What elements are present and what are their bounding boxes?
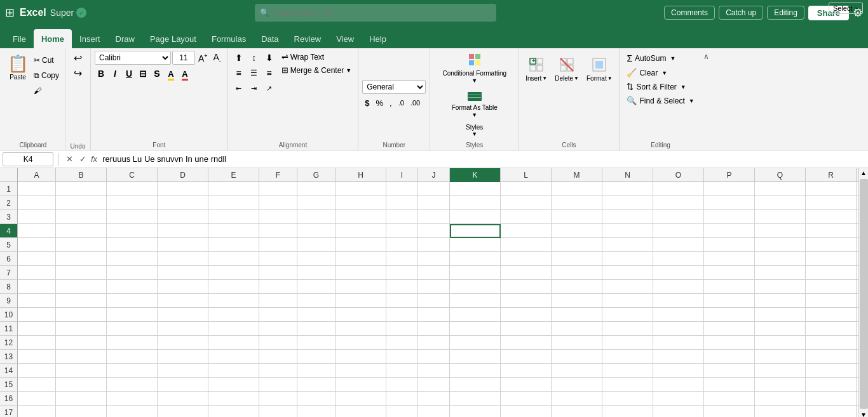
cell-K9[interactable] [450,294,501,308]
cell-A14[interactable] [18,364,56,378]
cell-H12[interactable] [336,336,386,350]
cell-P16[interactable] [704,392,755,406]
comments-button[interactable]: Comments [664,6,715,20]
cell-R16[interactable] [806,392,857,406]
vertical-scrollbar[interactable]: ▲ ▼ [858,168,868,417]
row-header-14[interactable]: 14 [0,364,18,378]
cell-C10[interactable] [107,308,158,322]
cell-G10[interactable] [297,308,336,322]
cell-C4[interactable] [107,224,158,238]
cell-N3[interactable] [602,210,653,224]
col-header-F[interactable]: F [259,168,297,182]
strikethrough-button[interactable]: S [151,67,163,81]
cell-M11[interactable] [552,322,602,336]
col-header-Q[interactable]: Q [755,168,806,182]
number-format-select[interactable]: General [362,80,426,94]
cell-D8[interactable] [158,280,208,294]
cell-H7[interactable] [336,266,386,280]
cell-R10[interactable] [806,308,857,322]
cell-I3[interactable] [386,210,418,224]
cell-E5[interactable] [208,238,259,252]
cell-E14[interactable] [208,364,259,378]
row-header-8[interactable]: 8 [0,280,18,294]
cell-N7[interactable] [602,266,653,280]
cell-G12[interactable] [297,336,336,350]
cell-I14[interactable] [386,364,418,378]
cell-Q12[interactable] [755,336,806,350]
cell-R13[interactable] [806,350,857,364]
cell-O7[interactable] [653,266,704,280]
cell-L13[interactable] [501,350,552,364]
cell-K4[interactable] [450,224,501,238]
cell-B9[interactable] [56,294,107,308]
cell-M14[interactable] [552,364,602,378]
cell-Q8[interactable] [755,280,806,294]
cell-O5[interactable] [653,238,704,252]
cell-O6[interactable] [653,252,704,266]
cell-N1[interactable] [602,182,653,196]
delete-cell-button[interactable]: Delete ▼ [552,51,581,89]
cell-G14[interactable] [297,364,336,378]
cell-A13[interactable] [18,350,56,364]
cell-K17[interactable] [450,406,501,417]
cell-Q5[interactable] [755,238,806,252]
cell-O8[interactable] [653,280,704,294]
col-header-H[interactable]: H [336,168,386,182]
cell-B13[interactable] [56,350,107,364]
cell-I8[interactable] [386,280,418,294]
cell-P13[interactable] [704,350,755,364]
cell-K10[interactable] [450,308,501,322]
cell-R4[interactable] [806,224,857,238]
increase-decimal-button[interactable]: .00 [408,96,423,110]
col-header-O[interactable]: O [653,168,704,182]
cell-B6[interactable] [56,252,107,266]
cell-A11[interactable] [18,322,56,336]
cell-E6[interactable] [208,252,259,266]
cut-button[interactable]: ✂ Cut [32,53,61,67]
tab-help[interactable]: Help [362,29,394,48]
cell-Q17[interactable] [755,406,806,417]
cell-J12[interactable] [418,336,450,350]
cell-M8[interactable] [552,280,602,294]
scroll-down-button[interactable]: ▼ [860,410,867,417]
merge-center-button[interactable]: ⊞ Merge & Center ▼ [279,64,355,76]
cell-I1[interactable] [386,182,418,196]
cell-D16[interactable] [158,392,208,406]
row-header-1[interactable]: 1 [0,182,18,196]
cell-H16[interactable] [336,392,386,406]
align-right-button[interactable]: ≡ [262,66,276,80]
cell-C9[interactable] [107,294,158,308]
cell-B10[interactable] [56,308,107,322]
row-header-11[interactable]: 11 [0,322,18,336]
cell-O4[interactable] [653,224,704,238]
cell-A8[interactable] [18,280,56,294]
cell-B5[interactable] [56,238,107,252]
cell-L6[interactable] [501,252,552,266]
cell-C6[interactable] [107,252,158,266]
cell-D4[interactable] [158,224,208,238]
cell-L7[interactable] [501,266,552,280]
cell-A2[interactable] [18,196,56,210]
cell-H4[interactable] [336,224,386,238]
cell-A4[interactable] [18,224,56,238]
cell-O12[interactable] [653,336,704,350]
copy-button[interactable]: ⧉ Copy [32,69,61,83]
cell-F12[interactable] [259,336,297,350]
confirm-formula-button[interactable]: ✓ [78,154,88,164]
align-left-button[interactable]: ≡ [232,66,246,80]
orientation-button[interactable]: ↗ [262,81,276,95]
row-header-5[interactable]: 5 [0,238,18,252]
cell-C3[interactable] [107,210,158,224]
tab-home[interactable]: Home [34,29,72,48]
align-bottom-button[interactable]: ⬇ [262,51,276,65]
cell-O17[interactable] [653,406,704,417]
cell-P11[interactable] [704,322,755,336]
cell-F14[interactable] [259,364,297,378]
cell-G5[interactable] [297,238,336,252]
cell-N5[interactable] [602,238,653,252]
row-header-15[interactable]: 15 [0,378,18,392]
cell-N6[interactable] [602,252,653,266]
cell-B2[interactable] [56,196,107,210]
cell-H15[interactable] [336,378,386,392]
cell-M4[interactable] [552,224,602,238]
